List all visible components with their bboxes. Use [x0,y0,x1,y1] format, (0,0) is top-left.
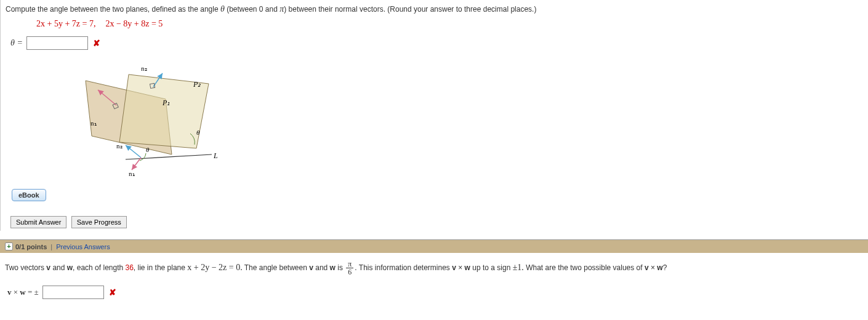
label-P2: P₂ [193,80,201,89]
previous-answers-link[interactable]: Previous Answers [56,243,110,250]
equation2: 2x − 8y + 8z = 5 [105,19,163,28]
cross-product-label: v × w = ± [7,287,39,297]
vector-w: w [657,263,662,272]
wrong-icon: ✘ [109,287,116,297]
expand-icon[interactable]: + [5,242,13,250]
q2-text: , lie in the plane [134,263,187,272]
theta-symbol: θ [220,4,225,14]
equation1: 2x + 5y + 7z = 7, [36,19,95,28]
wrong-icon: ✘ [93,38,100,48]
label-P1: P₁ [162,98,170,107]
vector-v: v [645,263,649,272]
question2-prompt: Two vectors v and w, each of length 36, … [5,260,863,276]
points-text: 0/1 points [15,243,47,250]
vector-w: w [465,263,470,272]
save-progress-button[interactable]: Save Progress [71,216,127,228]
theta-equals-label: θ = [10,38,23,48]
label-L: L [213,151,218,160]
points-bar: + 0/1 points | Previous Answers [0,239,868,253]
angle-fraction: π6 [346,260,353,276]
vector-v: v [309,263,313,272]
q2-text: ? [663,263,667,272]
plane-equations: 2x + 5y + 7z = 7,2x − 8y + 8z = 5 [36,19,863,29]
normal-n1-bottom [132,158,141,170]
answer-row-1: θ = ✘ [10,36,863,50]
vector-v: v [452,263,456,272]
question1-prompt: Compute the angle between the two planes… [6,2,863,15]
label-n2-top: n₂ [141,65,147,72]
q2-text: and [313,263,330,272]
prompt-text: Compute the angle between the two planes… [6,5,220,14]
submit-answer-button[interactable]: Submit Answer [10,216,66,228]
pm1: ±1. [513,263,524,272]
label-theta1: θ [146,146,150,153]
plane-eq: x + 2y − 2z = 0. [187,263,242,272]
submit-bar: Submit Answer Save Progress [10,216,863,228]
theta-input[interactable] [26,36,88,50]
q2-text: and [50,263,67,272]
length-value: 36 [126,263,134,272]
answer-row-2: v × w = ± ✘ [7,286,863,299]
prompt-text: ) between their normal vectors. (Round y… [284,5,536,14]
ebook-button[interactable]: eBook [12,189,46,201]
question2-area: Two vectors v and w, each of length 36, … [0,253,868,302]
separator: | [50,243,52,250]
q2-text: Two vectors [5,263,46,272]
label-n1-top: n₁ [90,119,97,127]
q2-text: up to a sign [470,263,513,272]
cross-product-input[interactable] [42,286,104,299]
planes-figure: n₂ n₁ P₁ P₂ n₂ n₁ θ θ L [67,62,221,179]
cross-symbol: × [456,263,465,272]
label-theta2: θ [196,129,200,136]
q2-text: , each of length [73,263,125,272]
q2-text: What are the two possible values of [524,263,645,272]
cross-symbol: × [649,263,657,272]
label-n1-bottom: n₁ [129,170,135,177]
vector-w: w [67,263,73,272]
label-n2-bottom: n₂ [116,142,123,150]
prompt-text: (between 0 and [225,5,279,14]
question1-area: Compute the angle between the two planes… [0,0,868,231]
q2-text: The angle between [243,263,310,272]
q2-text: . This information determines [355,263,452,272]
q2-text: is [336,263,345,272]
vector-w: w [330,263,336,272]
frac-denominator: 6 [346,268,353,276]
